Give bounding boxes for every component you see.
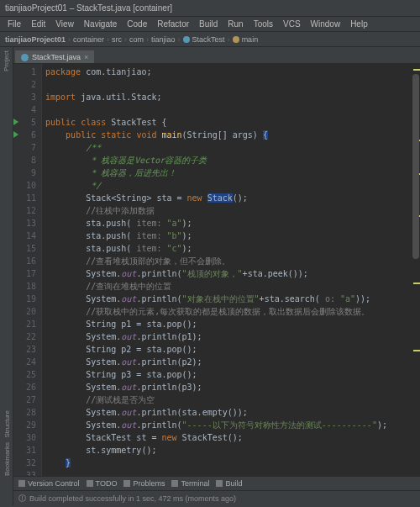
menu-help[interactable]: Help: [348, 18, 370, 29]
method-icon: [233, 36, 239, 43]
menu-tools[interactable]: Tools: [251, 18, 276, 29]
status-bar: ! Build completed successfully in 1 sec,…: [13, 491, 420, 505]
title-bar: tianjiaoProject01 – StackTest.java [cont…: [0, 0, 420, 17]
menu-edit[interactable]: Edit: [29, 18, 48, 29]
tool-project[interactable]: Project: [3, 50, 10, 71]
window-title: tianjiaoProject01 – StackTest.java [cont…: [5, 3, 172, 13]
breadcrumb-stacktest[interactable]: StackTest: [192, 35, 225, 44]
tab-bar: StackTest.java ×: [13, 47, 420, 64]
left-tool-stripe-bottom: [0, 476, 13, 505]
menu-window[interactable]: Window: [308, 18, 344, 29]
run-gutter-icon[interactable]: [13, 131, 18, 138]
breadcrumb-main[interactable]: main: [242, 35, 259, 44]
close-icon[interactable]: ×: [84, 53, 88, 61]
breadcrumb-tianjiao[interactable]: tianjiao: [151, 35, 176, 44]
status-icon: !: [18, 494, 26, 502]
breadcrumb-container[interactable]: container: [73, 35, 104, 44]
java-file-icon: [21, 54, 29, 61]
tool-todo[interactable]: TODO: [87, 479, 118, 488]
line-gutter[interactable]: 1234567891011121314151617181920212223242…: [13, 64, 42, 476]
run-gutter-icon[interactable]: [13, 119, 18, 125]
status-text: Build completed successfully in 1 sec, 4…: [29, 494, 236, 503]
breadcrumb-src[interactable]: src: [112, 35, 122, 44]
breadcrumb-com[interactable]: com: [129, 35, 144, 44]
menu-run[interactable]: Run: [225, 18, 245, 29]
menu-vcs[interactable]: VCS: [281, 18, 303, 29]
tool-icon: [123, 480, 130, 487]
class-icon: [183, 36, 190, 43]
main-area: Project StackTest.java × 123456789101112…: [0, 47, 420, 476]
menu-navigate[interactable]: Navigate: [81, 18, 119, 29]
tool-icon: [171, 480, 178, 487]
tab-label: StackTest.java: [32, 53, 81, 61]
tool-bookmarks[interactable]: Bookmarks: [3, 442, 11, 476]
menu-view[interactable]: View: [53, 18, 76, 29]
tool-build[interactable]: Build: [216, 479, 242, 488]
tool-terminal[interactable]: Terminal: [171, 479, 209, 488]
breadcrumbs: tianjiaoProject01›container›src›com›tian…: [0, 32, 420, 47]
breadcrumb-tianjiaoproject01[interactable]: tianjiaoProject01: [5, 35, 66, 44]
menu-refactor[interactable]: Refactor: [155, 18, 192, 29]
tool-problems[interactable]: Problems: [123, 479, 165, 488]
vertical-scrollbar[interactable]: [412, 64, 420, 476]
bottom-tool-row: Version ControlTODOProblemsTerminalBuild: [13, 476, 420, 491]
tool-icon: [87, 480, 93, 487]
tool-icon: [216, 480, 223, 487]
code-content[interactable]: package com.tianjiao;import java.util.St…: [42, 64, 420, 476]
menu-file[interactable]: File: [5, 18, 24, 29]
tool-structure[interactable]: Structure: [3, 410, 11, 437]
scrollbar-thumb[interactable]: [412, 74, 419, 259]
editor-area: StackTest.java × 12345678910111213141516…: [13, 47, 420, 476]
menu-bar: FileEditViewNavigateCodeRefactorBuildRun…: [0, 17, 420, 32]
tool-version-control[interactable]: Version Control: [18, 479, 80, 488]
code-editor[interactable]: 1234567891011121314151617181920212223242…: [13, 64, 420, 476]
tool-icon: [18, 480, 25, 487]
menu-build[interactable]: Build: [197, 18, 220, 29]
menu-code[interactable]: Code: [124, 18, 150, 29]
tab-stacktest[interactable]: StackTest.java ×: [15, 50, 94, 63]
